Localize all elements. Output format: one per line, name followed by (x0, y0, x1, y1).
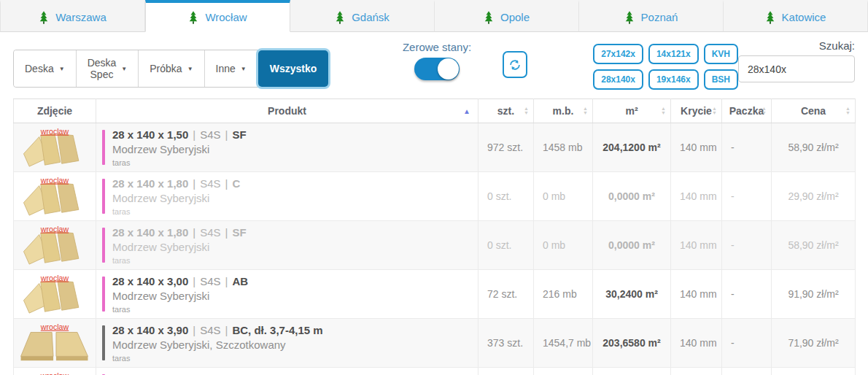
tab-katowice[interactable]: Katowice (724, 0, 868, 32)
qty-cell: 972 szt. (478, 123, 534, 172)
product-category: taras (112, 305, 248, 314)
size-filter-kvh[interactable]: KVH (704, 44, 738, 64)
paczka-cell: - (722, 270, 772, 319)
product-species: Modrzew Syberyjski (112, 290, 248, 302)
filter-label: Inne (216, 63, 236, 74)
paczka-cell: - (722, 319, 772, 368)
m2-cell: 204,1200 m² (593, 123, 671, 172)
product-cell: 28 x 140 x 1,80|S4S|SF Modrzew Syberyjsk… (96, 221, 478, 270)
krycie-cell (671, 368, 722, 375)
filter-probka-dropdown[interactable]: Próbka ▼ (139, 50, 204, 87)
product-cell: 28 x 140 x 3,00|S4S|AB Modrzew Syberyjsk… (96, 270, 478, 319)
tree-icon (188, 11, 198, 24)
table-row[interactable]: wroclaw 28 x 140 x 1,80|S4S|C Modrzew Sy… (14, 172, 856, 221)
tree-icon (335, 11, 345, 24)
product-species: Modrzew Syberyjski, Szczotkowany (112, 339, 323, 351)
tab-wroclaw[interactable]: Wrocław (145, 0, 290, 32)
watermark: wroclaw (40, 225, 69, 233)
tab-warszawa[interactable]: Warszawa (0, 0, 145, 32)
qty-cell (478, 368, 534, 375)
size-filter-bsh[interactable]: BSH (704, 69, 738, 90)
product-category: taras (112, 256, 247, 265)
tab-poznan[interactable]: Poznań (579, 0, 724, 32)
category-color-bar (102, 130, 105, 165)
filter-toolbar: Deska ▼ Deska Spec ▼ Próbka ▼ Inne ▼ Wsz… (0, 32, 868, 98)
price-cell: 71,90 zł/m² (772, 319, 856, 368)
city-tabs: Warszawa Wrocław Gdańsk Opole Poznań Kat… (0, 0, 868, 32)
col-produkt[interactable]: Produkt▲ (96, 99, 478, 123)
watermark: wroclaw (40, 371, 69, 375)
filter-deska-spec-dropdown[interactable]: Deska Spec ▼ (77, 50, 139, 87)
paczka-cell (722, 368, 772, 375)
tab-opole[interactable]: Opole (435, 0, 579, 32)
product-cell: 28 x 140 x 3,90|S4S|BC, dł. 3,7-4,15 m M… (96, 319, 478, 368)
refresh-button[interactable] (503, 51, 527, 78)
col-krycie[interactable]: Krycie▲▼ (671, 99, 722, 123)
watermark: wroclaw (40, 274, 69, 282)
size-filter-27x142x[interactable]: 27x142x (593, 44, 643, 64)
table-header-row: Zdjęcie Produkt▲ szt.▲▼ m.b.▲▼ m²▲▼ Kryc… (14, 99, 856, 123)
tree-icon (624, 11, 635, 24)
mb-cell (534, 368, 593, 375)
search-area: Szukaj: (738, 39, 855, 82)
inventory-app: Warszawa Wrocław Gdańsk Opole Poznań Kat… (0, 0, 868, 375)
wood-planks-image: wroclaw (18, 370, 91, 375)
product-species: Modrzew Syberyjski (112, 241, 247, 253)
table-row[interactable]: wroclaw 28 x 140 x 1,80|S4S|SF Modrzew S… (14, 221, 856, 270)
search-input[interactable] (738, 55, 855, 82)
product-image-cell: wroclaw (14, 221, 96, 270)
product-cell: 28 x 140 x 1,80|S4S|C Modrzew Syberyjski… (96, 172, 478, 221)
price-cell: 58,90 zł/m² (772, 123, 856, 172)
product-category: taras (112, 158, 247, 167)
filter-deska-dropdown[interactable]: Deska ▼ (14, 50, 77, 87)
filter-label: Próbka (150, 63, 182, 74)
col-mb[interactable]: m.b.▲▼ (534, 99, 593, 123)
mb-cell: 0 mb (534, 221, 593, 270)
table-row[interactable]: wroclaw 28 x 140 x 3,00|S4S|AB Modrzew S… (14, 270, 856, 319)
products-table: Zdjęcie Produkt▲ szt.▲▼ m.b.▲▼ m²▲▼ Kryc… (13, 98, 856, 375)
chevron-down-icon: ▼ (59, 66, 65, 72)
price-cell: 29,90 zł/m² (772, 172, 856, 221)
col-label: Paczka (729, 105, 764, 117)
size-filter-19x146x[interactable]: 19x146x (648, 69, 699, 90)
sort-icon: ▲▼ (583, 107, 588, 115)
paczka-cell: - (722, 221, 772, 270)
col-cena[interactable]: Cena▲▼ (772, 99, 856, 123)
table-row[interactable]: wroclaw 28 x 140 x 1,50|S4S|SF Modrzew S… (14, 123, 856, 172)
qty-cell: 0 szt. (478, 221, 534, 270)
krycie-cell: 140 mm (671, 172, 722, 221)
category-color-bar (102, 277, 105, 312)
size-quick-filters: 27x142x 14x121x KVH 28x140x 19x146x BSH (593, 44, 738, 90)
product-image-cell: wroclaw (14, 368, 96, 375)
m2-cell: 203,6580 m² (593, 319, 671, 368)
col-szt[interactable]: szt.▲▼ (478, 99, 534, 123)
size-filter-14x121x[interactable]: 14x121x (648, 44, 699, 64)
sort-icon: ▲▼ (762, 107, 767, 115)
product-title: 28 x 140 x 1,80|S4S|SF (112, 226, 247, 239)
tree-icon (484, 11, 494, 24)
zero-stock-control: Zerowe stany: (399, 41, 474, 80)
chevron-down-icon: ▼ (241, 66, 247, 72)
product-title: 28 x 140 x 3,00|S4S|AB (112, 275, 248, 287)
krycie-cell: 140 mm (671, 270, 722, 319)
tab-label: Poznań (641, 11, 678, 23)
product-image-cell: wroclaw (14, 319, 96, 368)
tab-label: Wrocław (205, 11, 247, 23)
col-paczka[interactable]: Paczka▲▼ (722, 99, 772, 123)
watermark: wroclaw (40, 176, 69, 185)
size-filter-28x140x[interactable]: 28x140x (593, 69, 643, 90)
table-row[interactable]: wroclaw 28 x 140 x 4,00|S4S|AB (14, 368, 856, 375)
filter-inne-dropdown[interactable]: Inne ▼ (205, 50, 258, 87)
sort-icon: ▲▼ (712, 107, 717, 115)
watermark: wroclaw (40, 322, 69, 331)
krycie-cell: 140 mm (671, 221, 722, 270)
col-m2[interactable]: m²▲▼ (593, 99, 671, 123)
qty-cell: 373 szt. (478, 319, 534, 368)
sort-icon: ▲▼ (524, 107, 529, 115)
watermark: wroclaw (40, 127, 69, 136)
product-category: taras (112, 207, 240, 216)
tab-gdansk[interactable]: Gdańsk (290, 0, 435, 32)
zero-stock-toggle[interactable] (414, 58, 460, 80)
table-row[interactable]: wroclaw 28 x 140 x 3,90|S4S|BC, dł. 3,7-… (14, 319, 856, 368)
filter-wszystko-button[interactable]: Wszystko (258, 50, 329, 87)
